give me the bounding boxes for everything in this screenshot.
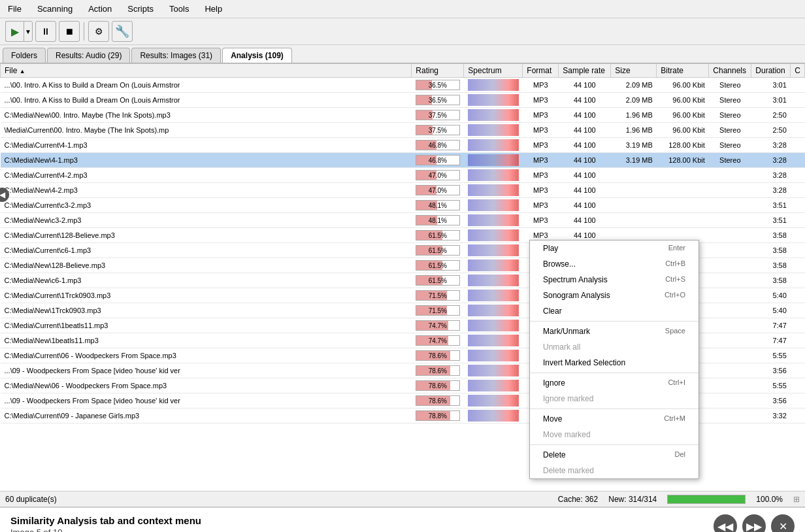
context-menu-item-label: Ignore marked — [543, 394, 593, 403]
cell-bitrate — [657, 213, 709, 228]
cell-duration: 3:56 — [751, 363, 791, 378]
context-menu-separator — [530, 373, 698, 373]
cell-bitrate — [657, 198, 709, 213]
cell-bitrate: 96.00 Kbit — [657, 108, 709, 123]
next-button[interactable]: ▶▶ — [742, 514, 766, 532]
context-menu-item-delete[interactable]: DeleteDel — [530, 447, 698, 463]
cell-rating: 36.5% — [412, 78, 464, 93]
table-row[interactable]: \Media\Current\00. Intro. Maybe (The Ink… — [1, 123, 805, 138]
cell-rating: 74.7% — [412, 318, 464, 333]
menu-item-tools[interactable]: Tools — [167, 3, 191, 15]
tabs-bar: FoldersResults: Audio (29)Results: Image… — [0, 45, 805, 63]
cell-channels — [709, 243, 751, 258]
context-menu-item-label: Move marked — [543, 430, 591, 439]
context-menu-item-clear[interactable]: Clear — [530, 303, 698, 319]
cell-file: \Media\Current\00. Intro. Maybe (The Ink… — [1, 123, 412, 138]
cell-extra — [791, 138, 805, 153]
table-row[interactable]: ...\00. Intro. A Kiss to Build a Dream O… — [1, 78, 805, 93]
cell-duration: 3:28 — [751, 153, 791, 168]
col-header-spectrum[interactable]: Spectrum — [464, 64, 523, 78]
cell-duration: 7:47 — [751, 333, 791, 348]
col-header-samplerate[interactable]: Sample rate — [559, 64, 611, 78]
prev-button[interactable]: ◀◀ — [714, 514, 737, 532]
play-button[interactable]: ▶ — [5, 21, 24, 42]
cell-extra — [791, 78, 805, 93]
cell-file: C:\Media\Current\4-1.mp3 — [1, 138, 412, 153]
col-header-rating[interactable]: Rating — [412, 64, 464, 78]
cell-file: C:\Media\New\1beatls11.mp3 — [1, 333, 412, 348]
cell-channels: Stereo — [709, 93, 751, 108]
context-menu-item-spectrum-analysis[interactable]: Spectrum AnalysisCtrl+S — [530, 272, 698, 288]
cell-extra — [791, 318, 805, 333]
cell-file: C:\Media\New\c6-1.mp3 — [1, 273, 412, 288]
tab-folders[interactable]: Folders — [3, 48, 46, 63]
menu-item-action[interactable]: Action — [86, 3, 114, 15]
cell-samplerate: 44 100 — [559, 108, 611, 123]
table-row[interactable]: C:\Media\Current\4-2.mp347.0%MP344 1003:… — [1, 168, 805, 183]
col-header-format[interactable]: Format — [523, 64, 559, 78]
menu-item-scanning[interactable]: Scanning — [35, 3, 75, 15]
cell-duration: 5:40 — [751, 288, 791, 303]
table-row[interactable]: C:\Media\Current\c3-2.mp348.1%MP344 1003… — [1, 198, 805, 213]
cell-rating: 61.5% — [412, 258, 464, 273]
cell-spectrum — [464, 123, 523, 138]
table-row[interactable]: C:\Media\New\4-2.mp347.0%MP344 1003:28 — [1, 183, 805, 198]
context-menu-item-browse---[interactable]: Browse...Ctrl+B — [530, 256, 698, 272]
cell-bitrate — [657, 168, 709, 183]
tools-button[interactable]: 🔧 — [112, 21, 133, 42]
cell-extra — [791, 123, 805, 138]
tab-results--audio--29-[interactable]: Results: Audio (29) — [47, 48, 130, 63]
context-menu-item-move[interactable]: MoveCtrl+M — [530, 411, 698, 427]
menu-item-scripts[interactable]: Scripts — [125, 3, 156, 15]
context-menu-item-label: Sonogram Analysis — [543, 291, 610, 300]
cell-rating: 78.6% — [412, 393, 464, 408]
table-row[interactable]: C:\Media\New\c3-2.mp348.1%MP344 1003:51 — [1, 213, 805, 228]
col-header-channels[interactable]: Channels — [709, 64, 751, 78]
col-header-size[interactable]: Size — [611, 64, 657, 78]
cell-file: C:\Media\Current\06 - Woodpeckers From S… — [1, 348, 412, 363]
context-menu-item-play[interactable]: PlayEnter — [530, 241, 698, 256]
pause-button[interactable]: ⏸ — [35, 21, 56, 42]
cell-channels — [709, 348, 751, 363]
table-row[interactable]: C:\Media\New\4-1.mp346.8%MP344 1003.19 M… — [1, 153, 805, 168]
table-row[interactable]: C:\Media\Current\4-1.mp346.8%MP344 1003.… — [1, 138, 805, 153]
play-dropdown-button[interactable]: ▼ — [24, 21, 33, 42]
context-menu-item-sonogram-analysis[interactable]: Sonogram AnalysisCtrl+O — [530, 288, 698, 303]
cell-extra — [791, 258, 805, 273]
tab-analysis--109-[interactable]: Analysis (109) — [222, 48, 292, 63]
cell-channels — [709, 168, 751, 183]
cell-extra — [791, 93, 805, 108]
cell-file: C:\Media\New\4-2.mp3 — [1, 183, 412, 198]
progress-bar-fill — [668, 495, 745, 503]
cell-spectrum — [464, 378, 523, 393]
resize-handle[interactable]: ⊞ — [793, 495, 800, 504]
tab-results--images--31-[interactable]: Results: Images (31) — [131, 48, 221, 63]
cell-extra — [791, 273, 805, 288]
col-header-bitrate[interactable]: Bitrate — [657, 64, 709, 78]
table-row[interactable]: C:\Media\New\00. Intro. Maybe (The Ink S… — [1, 108, 805, 123]
cell-file: C:\Media\Current\c6-1.mp3 — [1, 243, 412, 258]
stop-button[interactable]: ⏹ — [59, 21, 80, 42]
toolbar-separator-1 — [84, 22, 84, 41]
cell-duration: 3:28 — [751, 138, 791, 153]
cell-file: C:\Media\Current\09 - Japanese Girls.mp3 — [1, 408, 412, 424]
context-menu-item-invert-marked-selection[interactable]: Invert Marked Selection — [530, 355, 698, 371]
cell-extra — [791, 348, 805, 363]
cell-extra — [791, 198, 805, 213]
context-menu-separator — [530, 321, 698, 322]
cell-channels — [709, 363, 751, 378]
cell-duration: 5:40 — [751, 303, 791, 318]
cell-spectrum — [464, 198, 523, 213]
table-row[interactable]: ...\00. Intro. A Kiss to Build a Dream O… — [1, 93, 805, 108]
context-menu-shortcut: Ctrl+S — [665, 275, 685, 284]
close-button[interactable]: ✕ — [771, 514, 795, 532]
context-menu-item-ignore[interactable]: IgnoreCtrl+I — [530, 375, 698, 391]
col-header-duration[interactable]: Duration — [751, 64, 791, 78]
cell-format: MP3 — [523, 78, 559, 93]
col-header-file[interactable]: File ▲ — [1, 64, 412, 78]
menu-item-help[interactable]: Help — [202, 3, 225, 15]
menu-item-file[interactable]: File — [5, 3, 24, 15]
context-menu-item-mark-unmark[interactable]: Mark/UnmarkSpace — [530, 324, 698, 339]
settings-button[interactable]: ⚙ — [88, 21, 109, 42]
cell-spectrum — [464, 153, 523, 168]
